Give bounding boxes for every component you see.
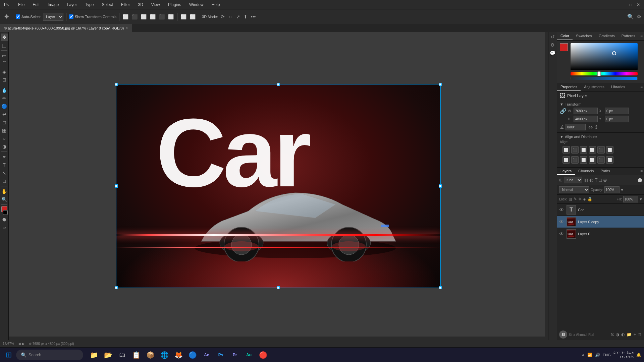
foreground-swatch[interactable] xyxy=(560,43,568,51)
tab-channels[interactable]: Channels xyxy=(575,168,597,175)
3d-slide-icon[interactable]: ⬆ xyxy=(243,13,248,20)
dist-v-centers[interactable]: ⬛ xyxy=(597,156,605,164)
folder-icon[interactable]: 📁 xyxy=(627,332,632,337)
align-bottom-icon[interactable]: ⬜ xyxy=(167,13,174,20)
delete-layer-icon[interactable]: 🗑 xyxy=(638,332,642,337)
filter-kind-select[interactable]: Kind Name Effect xyxy=(564,177,582,183)
3d-move-icon[interactable]: ↔ xyxy=(227,13,233,20)
height-input[interactable] xyxy=(574,116,598,122)
filter-type-icon[interactable]: T xyxy=(595,177,598,183)
menu-plugins[interactable]: Plugins xyxy=(167,2,182,8)
tab-gradients[interactable]: Gradients xyxy=(595,32,618,40)
hand-tool[interactable]: ✋ xyxy=(1,188,8,195)
taskbar-volume[interactable]: 🔊 xyxy=(595,353,600,357)
taskbar-edge[interactable]: 🌐 xyxy=(158,348,171,362)
align-top-icon[interactable]: ⬜ xyxy=(149,13,156,20)
menu-help[interactable]: Help xyxy=(210,2,221,8)
screen-mode-btn[interactable]: ▭ xyxy=(1,224,8,231)
layer-item-copy[interactable]: 👁 Car Layer 0 copy xyxy=(557,216,644,228)
dist-top-edges[interactable]: ⬜ xyxy=(589,156,596,164)
flip-v-icon[interactable]: ⇕ xyxy=(594,124,598,130)
filter-toggle[interactable]: ⬤ xyxy=(638,178,642,182)
menu-3d[interactable]: 3D xyxy=(137,2,144,8)
3d-scale-icon[interactable]: ⤢ xyxy=(235,13,241,20)
tab-paths[interactable]: Paths xyxy=(597,168,613,175)
tool-presets-icon[interactable]: ⚙ xyxy=(550,42,555,48)
search-btn[interactable]: 🔍 xyxy=(627,13,634,20)
3d-rotate-icon[interactable]: ⟳ xyxy=(220,13,225,20)
menu-window[interactable]: Window xyxy=(188,2,205,8)
hue-slider[interactable] xyxy=(571,72,638,75)
link-icon[interactable]: 🔗 xyxy=(560,108,567,114)
artboard-tool[interactable]: ⬚ xyxy=(1,42,8,49)
tab-layers[interactable]: Layers xyxy=(557,168,575,175)
auto-select-dropdown[interactable]: Layer Group xyxy=(43,13,63,21)
taskbar-ps[interactable]: Ps xyxy=(214,348,227,362)
lock-position-icon[interactable]: ✥ xyxy=(578,197,582,201)
taskbar-files[interactable]: 📂 xyxy=(101,348,115,362)
filter-adj-icon[interactable]: ◐ xyxy=(589,177,593,183)
app-logo[interactable]: Ps xyxy=(3,2,10,8)
layer-item-base[interactable]: 👁 Car Layer 0 xyxy=(557,228,644,240)
lock-all-icon[interactable]: 🔒 xyxy=(587,197,592,201)
lock-transparent-icon[interactable]: ▥ xyxy=(569,197,572,201)
window-maximize[interactable]: □ xyxy=(628,2,633,8)
dist-v-icon[interactable]: ⬜ xyxy=(189,13,196,20)
horizontal-scrollbar[interactable] xyxy=(9,337,548,340)
menu-view[interactable]: View xyxy=(150,2,161,8)
align-v-centers[interactable]: ⬛ xyxy=(597,146,605,154)
taskbar-pr[interactable]: Pr xyxy=(228,348,241,362)
window-minimize[interactable]: ─ xyxy=(621,2,626,8)
new-layer-icon[interactable]: + xyxy=(634,332,636,337)
taskbar-search[interactable]: 🔍 Search xyxy=(16,350,83,360)
history-brush-tool[interactable]: ↩ xyxy=(1,111,8,118)
menu-layer[interactable]: Layer xyxy=(65,2,78,8)
y-input[interactable] xyxy=(605,116,629,122)
taskbar-network[interactable]: 📶 xyxy=(587,353,592,357)
start-button[interactable]: ⊞ xyxy=(3,349,15,361)
blur-tool[interactable]: ○ xyxy=(1,135,8,142)
menu-edit[interactable]: Edit xyxy=(31,2,41,8)
fill-chevron[interactable]: ▾ xyxy=(640,196,642,202)
layer-copy-visibility[interactable]: 👁 xyxy=(559,219,565,225)
mask-icon[interactable]: ◑ xyxy=(616,332,619,337)
taskbar-red[interactable]: 🔴 xyxy=(256,348,270,362)
nav-next[interactable]: ▶ xyxy=(22,342,25,346)
path-select-tool[interactable]: ↖ xyxy=(1,169,8,177)
layer-car-visibility[interactable]: 👁 xyxy=(559,207,565,213)
type-tool[interactable]: T xyxy=(1,161,8,169)
align-middle-icon[interactable]: ⬛ xyxy=(158,13,165,20)
menu-type[interactable]: Type xyxy=(84,2,95,8)
background-color[interactable] xyxy=(3,210,8,215)
menu-image[interactable]: Image xyxy=(46,2,60,8)
dist-bottom-edges[interactable]: ⬜ xyxy=(606,156,613,164)
taskbar-filemanager[interactable]: 📋 xyxy=(129,348,143,362)
flip-h-icon[interactable]: ⇔ xyxy=(588,124,593,130)
lock-artboard-icon[interactable]: ◈ xyxy=(583,197,586,201)
menu-select[interactable]: Select xyxy=(100,2,114,8)
opacity-input[interactable] xyxy=(604,186,620,193)
filter-smart-icon[interactable]: ⊚ xyxy=(603,177,607,183)
dist-left-edges[interactable]: ⬜ xyxy=(562,156,570,164)
taskbar-au[interactable]: Au xyxy=(242,348,256,362)
clone-stamp-tool[interactable]: 🔵 xyxy=(1,103,8,110)
tab-swatches[interactable]: Swatches xyxy=(573,32,595,40)
transform-title[interactable]: ▼ Transform xyxy=(560,102,641,106)
color-picker-dot[interactable] xyxy=(612,51,616,55)
zoom-tool[interactable]: 🔍 xyxy=(1,196,8,203)
align-center-icon[interactable]: ⬛ xyxy=(131,13,138,20)
workspace-btn[interactable]: ⚙ xyxy=(637,13,641,20)
more-options-icon[interactable]: ••• xyxy=(250,13,257,20)
taskbar-explorer[interactable]: 📁 xyxy=(87,348,101,362)
taskbar-language[interactable]: ENG xyxy=(603,353,611,357)
window-close[interactable]: ✕ xyxy=(635,2,641,8)
dist-h-icon[interactable]: ⬜ xyxy=(180,13,187,20)
vertical-scrollbar[interactable] xyxy=(545,32,548,340)
shape-tool[interactable]: □ xyxy=(1,177,8,185)
x-input[interactable] xyxy=(605,108,629,114)
color-panel-menu[interactable]: ≡ xyxy=(639,32,644,40)
eraser-tool[interactable]: ◻ xyxy=(1,119,8,126)
filter-pixel-icon[interactable]: ▥ xyxy=(584,177,588,183)
hue-thumb[interactable] xyxy=(597,71,601,76)
angle-input[interactable] xyxy=(566,124,586,130)
